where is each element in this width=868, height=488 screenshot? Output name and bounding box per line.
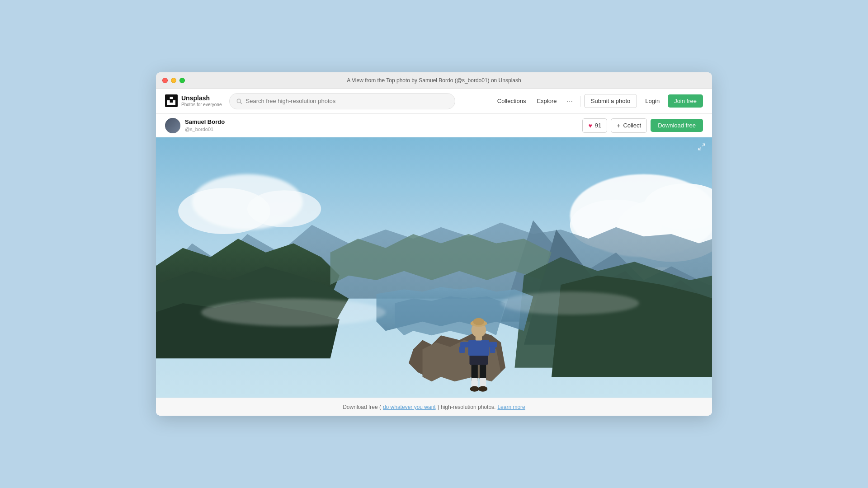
photo-svg [156,137,712,398]
nav-links: Collections Explore ··· Submit a photo L… [493,94,703,108]
svg-rect-43 [156,137,712,398]
search-icon [236,98,242,104]
minimize-button[interactable] [171,78,176,83]
search-input[interactable] [246,98,448,104]
browser-window: A View from the Top photo by Samuel Bord… [156,72,712,416]
author-handle: @s_bordo01 [185,126,225,132]
browser-content: Unsplash Photos for everyone Collections… [156,89,712,416]
title-bar: A View from the Top photo by Samuel Bord… [156,72,712,89]
heart-icon: ♥ [588,122,592,129]
submit-photo-button[interactable]: Submit a photo [584,94,637,108]
svg-point-44 [201,299,386,326]
expand-icon[interactable] [698,143,706,153]
avatar[interactable] [165,118,180,133]
author-info: Samuel Bordo @s_bordo01 [185,118,225,132]
like-button[interactable]: ♥ 91 [582,118,607,133]
page-title: A View from the Top photo by Samuel Bord… [347,77,521,84]
close-button[interactable] [162,78,168,83]
svg-point-45 [501,292,639,315]
plus-icon: + [617,122,620,129]
traffic-lights [162,78,185,83]
svg-line-1 [240,102,241,103]
join-free-button[interactable]: Join free [668,94,703,108]
toolbar-actions: ♥ 91 + Collect Download free [582,118,703,133]
login-button[interactable]: Login [639,94,666,108]
bottom-text-after: ) high-resolution photos. [438,404,496,410]
collect-label: Collect [623,122,641,129]
top-nav: Unsplash Photos for everyone Collections… [156,89,712,114]
author-area: Samuel Bordo @s_bordo01 [165,118,225,133]
maximize-button[interactable] [179,78,185,83]
bottom-link-do-whatever[interactable]: do whatever you want [383,404,436,410]
collect-button[interactable]: + Collect [611,118,647,133]
search-bar[interactable] [229,93,455,109]
like-count: 91 [595,122,601,129]
photo-area [156,137,712,398]
svg-line-46 [703,144,705,146]
unsplash-icon [167,97,175,105]
svg-point-0 [237,99,241,103]
author-name[interactable]: Samuel Bordo [185,118,225,126]
bottom-text-before: Download free ( [343,404,381,410]
nav-collections[interactable]: Collections [493,95,531,107]
logo-tagline: Photos for everyone [181,102,222,108]
unsplash-logo-icon [165,94,178,107]
logo-area[interactable]: Unsplash Photos for everyone [165,94,222,108]
download-button[interactable]: Download free [651,119,703,132]
bottom-link-learn-more[interactable]: Learn more [497,404,525,410]
logo-name: Unsplash [181,94,222,102]
nav-explore[interactable]: Explore [532,95,561,107]
svg-line-47 [698,148,701,150]
nav-divider [580,96,580,107]
nav-more-icon[interactable]: ··· [563,95,576,107]
bottom-bar: Download free ( do whatever you want ) h… [156,398,712,416]
photo-toolbar: Samuel Bordo @s_bordo01 ♥ 91 + Collect D… [156,114,712,137]
avatar-image [165,118,180,133]
logo-text: Unsplash Photos for everyone [181,94,222,108]
